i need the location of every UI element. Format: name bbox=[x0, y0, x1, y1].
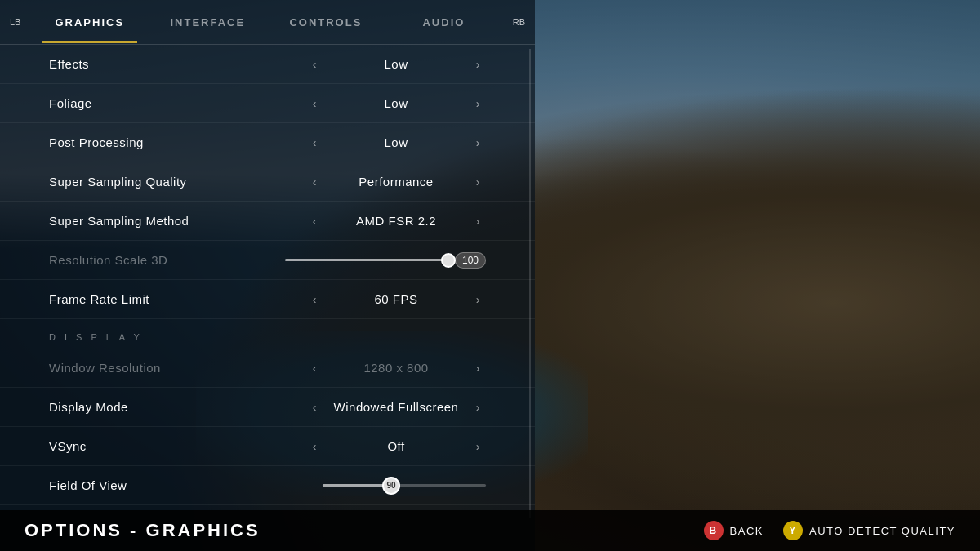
window-resolution-value: 1280 x 800 bbox=[331, 361, 461, 375]
effects-value: Low bbox=[331, 57, 461, 71]
display-mode-value: Windowed Fullscreen bbox=[331, 400, 461, 414]
bottom-actions: B BACK Y AUTO DETECT QUALITY bbox=[704, 521, 956, 540]
setting-window-resolution-control: ‹ 1280 x 800 › bbox=[306, 361, 486, 375]
lb-bumper[interactable]: LB bbox=[0, 17, 30, 27]
tab-controls[interactable]: CONTROLS bbox=[267, 2, 385, 43]
foliage-prev-btn[interactable]: ‹ bbox=[306, 97, 323, 110]
setting-super-sampling-quality: Super Sampling Quality ‹ Performance › bbox=[0, 162, 535, 202]
setting-window-resolution-label: Window Resolution bbox=[49, 361, 306, 375]
effects-next-btn[interactable]: › bbox=[470, 58, 486, 71]
top-nav: LB GRAPHICS INTERFACE CONTROLS AUDIO RB bbox=[0, 0, 535, 45]
setting-super-sampling-method: Super Sampling Method ‹ AMD FSR 2.2 › bbox=[0, 202, 535, 241]
vsync-value: Off bbox=[331, 439, 461, 453]
window-resolution-prev-btn: ‹ bbox=[306, 362, 323, 375]
vsync-next-btn[interactable]: › bbox=[470, 440, 486, 453]
super-sampling-method-next-btn[interactable]: › bbox=[470, 215, 486, 228]
foliage-value: Low bbox=[331, 96, 461, 110]
setting-post-processing-label: Post Processing bbox=[49, 136, 306, 149]
setting-frame-rate-limit-control: ‹ 60 FPS › bbox=[306, 292, 486, 306]
tab-graphics[interactable]: GRAPHICS bbox=[30, 2, 149, 43]
setting-field-of-view: Field Of View 90 bbox=[0, 466, 535, 505]
setting-super-sampling-method-control: ‹ AMD FSR 2.2 › bbox=[306, 214, 486, 228]
setting-foliage-label: Foliage bbox=[49, 96, 306, 110]
resolution-scale-3d-fill bbox=[285, 259, 448, 261]
setting-display-mode-label: Display Mode bbox=[49, 400, 306, 414]
setting-super-sampling-quality-label: Super Sampling Quality bbox=[49, 175, 306, 189]
display-mode-next-btn[interactable]: › bbox=[470, 401, 486, 414]
back-action[interactable]: B BACK bbox=[704, 521, 764, 540]
setting-foliage: Foliage ‹ Low › bbox=[0, 84, 535, 123]
bottom-bar: OPTIONS - GRAPHICS B BACK Y AUTO DETECT … bbox=[0, 510, 980, 551]
super-sampling-quality-prev-btn[interactable]: ‹ bbox=[306, 176, 323, 189]
field-of-view-fill bbox=[323, 484, 391, 487]
resolution-scale-3d-thumb[interactable] bbox=[441, 253, 456, 268]
vertical-divider bbox=[529, 49, 531, 518]
setting-effects-label: Effects bbox=[49, 57, 306, 71]
setting-foliage-control: ‹ Low › bbox=[306, 96, 486, 110]
setting-frame-rate-limit-label: Frame Rate Limit bbox=[49, 292, 306, 306]
setting-resolution-scale-3d: Resolution Scale 3D 100 bbox=[0, 241, 535, 280]
auto-detect-button-badge: Y bbox=[783, 521, 803, 540]
vsync-prev-btn[interactable]: ‹ bbox=[306, 440, 323, 453]
setting-super-sampling-quality-control: ‹ Performance › bbox=[306, 175, 486, 189]
field-of-view-track[interactable]: 90 bbox=[323, 484, 486, 487]
resolution-scale-3d-control: 100 bbox=[268, 252, 487, 269]
setting-vsync: VSync ‹ Off › bbox=[0, 427, 535, 466]
settings-list: Effects ‹ Low › Foliage ‹ Low › Post Pro… bbox=[0, 45, 535, 510]
setting-super-sampling-method-label: Super Sampling Method bbox=[49, 214, 306, 228]
tab-audio[interactable]: AUDIO bbox=[385, 2, 503, 43]
auto-detect-button-label: AUTO DETECT QUALITY bbox=[809, 525, 956, 537]
setting-display-mode: Display Mode ‹ Windowed Fullscreen › bbox=[0, 388, 535, 427]
frame-rate-limit-value: 60 FPS bbox=[331, 292, 461, 306]
display-mode-prev-btn[interactable]: ‹ bbox=[306, 401, 323, 414]
field-of-view-thumb[interactable]: 90 bbox=[382, 477, 400, 495]
foliage-next-btn[interactable]: › bbox=[470, 97, 486, 110]
menu-panel: LB GRAPHICS INTERFACE CONTROLS AUDIO RB … bbox=[0, 0, 535, 551]
effects-prev-btn[interactable]: ‹ bbox=[306, 58, 323, 71]
window-resolution-next-btn: › bbox=[470, 362, 486, 375]
field-of-view-thumb-value: 90 bbox=[386, 481, 395, 490]
field-of-view-control: 90 bbox=[268, 484, 487, 487]
setting-field-of-view-label: Field Of View bbox=[49, 478, 268, 492]
frame-rate-limit-prev-btn[interactable]: ‹ bbox=[306, 293, 323, 306]
post-processing-prev-btn[interactable]: ‹ bbox=[306, 136, 323, 149]
setting-resolution-scale-3d-label: Resolution Scale 3D bbox=[49, 253, 268, 267]
back-button-label: BACK bbox=[730, 525, 764, 537]
setting-vsync-label: VSync bbox=[49, 439, 306, 453]
resolution-scale-3d-track[interactable] bbox=[285, 259, 448, 261]
resolution-scale-3d-value: 100 bbox=[455, 252, 486, 269]
tab-interface[interactable]: INTERFACE bbox=[149, 2, 267, 43]
super-sampling-method-prev-btn[interactable]: ‹ bbox=[306, 215, 323, 228]
post-processing-next-btn[interactable]: › bbox=[470, 136, 486, 149]
setting-display-mode-control: ‹ Windowed Fullscreen › bbox=[306, 400, 486, 414]
post-processing-value: Low bbox=[331, 136, 461, 149]
page-title: OPTIONS - GRAPHICS bbox=[24, 520, 261, 541]
setting-effects: Effects ‹ Low › bbox=[0, 45, 535, 84]
setting-frame-rate-limit: Frame Rate Limit ‹ 60 FPS › bbox=[0, 280, 535, 319]
setting-post-processing-control: ‹ Low › bbox=[306, 136, 486, 149]
super-sampling-quality-next-btn[interactable]: › bbox=[470, 176, 486, 189]
setting-post-processing: Post Processing ‹ Low › bbox=[0, 123, 535, 162]
auto-detect-action[interactable]: Y AUTO DETECT QUALITY bbox=[783, 521, 956, 540]
frame-rate-limit-next-btn[interactable]: › bbox=[470, 293, 486, 306]
section-display-label: D I S P L A Y bbox=[0, 319, 535, 349]
setting-vsync-control: ‹ Off › bbox=[306, 439, 486, 453]
setting-window-resolution: Window Resolution ‹ 1280 x 800 › bbox=[0, 349, 535, 388]
super-sampling-quality-value: Performance bbox=[331, 175, 461, 189]
back-button-badge: B bbox=[704, 521, 724, 540]
rb-bumper[interactable]: RB bbox=[503, 17, 535, 27]
setting-effects-control: ‹ Low › bbox=[306, 57, 486, 71]
super-sampling-method-value: AMD FSR 2.2 bbox=[331, 214, 461, 228]
